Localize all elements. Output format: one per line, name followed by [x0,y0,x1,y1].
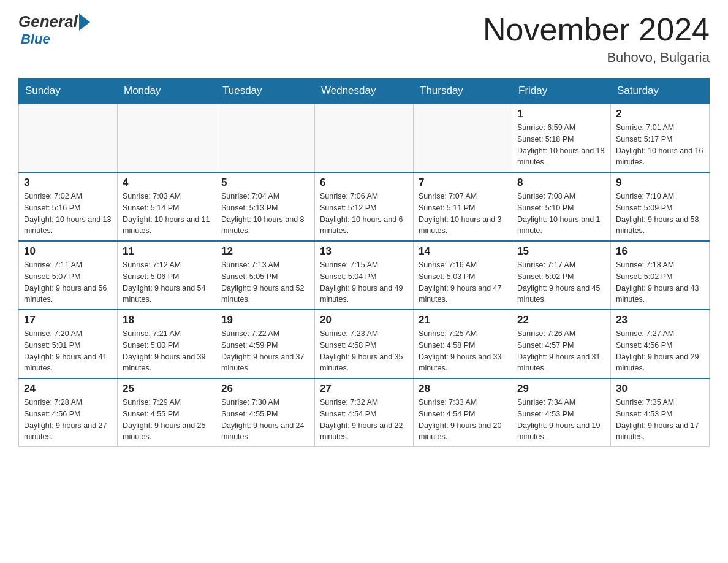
day-info: Sunrise: 7:08 AMSunset: 5:10 PMDaylight:… [517,191,605,237]
calendar-cell: 29Sunrise: 7:34 AMSunset: 4:53 PMDayligh… [512,378,611,447]
day-info: Sunrise: 7:07 AMSunset: 5:11 PMDaylight:… [419,191,507,237]
calendar-cell: 16Sunrise: 7:18 AMSunset: 5:02 PMDayligh… [611,241,710,310]
calendar-cell: 12Sunrise: 7:13 AMSunset: 5:05 PMDayligh… [216,241,315,310]
calendar-cell: 27Sunrise: 7:32 AMSunset: 4:54 PMDayligh… [315,378,414,447]
day-info: Sunrise: 7:32 AMSunset: 4:54 PMDaylight:… [320,397,408,443]
day-number: 9 [616,177,704,189]
day-info: Sunrise: 7:03 AMSunset: 5:14 PMDaylight:… [123,191,211,237]
day-number: 1 [517,108,605,120]
day-info: Sunrise: 7:01 AMSunset: 5:17 PMDaylight:… [616,122,704,168]
calendar-cell: 1Sunrise: 6:59 AMSunset: 5:18 PMDaylight… [512,104,611,172]
calendar-cell: 19Sunrise: 7:22 AMSunset: 4:59 PMDayligh… [216,310,315,378]
calendar-cell: 26Sunrise: 7:30 AMSunset: 4:55 PMDayligh… [216,378,315,447]
logo: General Blue [18,12,90,47]
day-info: Sunrise: 7:02 AMSunset: 5:16 PMDaylight:… [24,191,112,237]
day-number: 15 [517,245,605,258]
calendar-cell: 24Sunrise: 7:28 AMSunset: 4:56 PMDayligh… [19,378,118,447]
day-info: Sunrise: 7:34 AMSunset: 4:53 PMDaylight:… [517,397,605,443]
location: Buhovo, Bulgaria [483,50,710,66]
day-number: 25 [123,383,211,395]
logo-arrow-icon [79,13,90,31]
day-headers-row: SundayMondayTuesdayWednesdayThursdayFrid… [19,79,710,104]
day-number: 6 [320,177,408,189]
calendar-cell: 13Sunrise: 7:15 AMSunset: 5:04 PMDayligh… [315,241,414,310]
day-number: 17 [24,314,112,326]
calendar-cell: 8Sunrise: 7:08 AMSunset: 5:10 PMDaylight… [512,172,611,241]
day-number: 21 [419,314,507,326]
day-number: 29 [517,383,605,395]
day-info: Sunrise: 7:22 AMSunset: 4:59 PMDaylight:… [221,328,309,374]
calendar-cell [118,104,216,172]
day-info: Sunrise: 7:13 AMSunset: 5:05 PMDaylight:… [221,259,309,305]
day-info: Sunrise: 7:10 AMSunset: 5:09 PMDaylight:… [616,191,704,237]
day-number: 12 [221,245,309,258]
day-info: Sunrise: 7:17 AMSunset: 5:02 PMDaylight:… [517,259,605,305]
calendar-cell: 30Sunrise: 7:35 AMSunset: 4:53 PMDayligh… [611,378,710,447]
day-header-tuesday: Tuesday [216,79,315,104]
week-row-2: 3Sunrise: 7:02 AMSunset: 5:16 PMDaylight… [19,172,710,241]
calendar-cell: 20Sunrise: 7:23 AMSunset: 4:58 PMDayligh… [315,310,414,378]
day-number: 27 [320,383,408,395]
day-header-thursday: Thursday [414,79,512,104]
day-info: Sunrise: 7:25 AMSunset: 4:58 PMDaylight:… [419,328,507,374]
calendar-cell: 23Sunrise: 7:27 AMSunset: 4:56 PMDayligh… [611,310,710,378]
day-number: 2 [616,108,704,120]
day-number: 14 [419,245,507,258]
calendar-table: SundayMondayTuesdayWednesdayThursdayFrid… [18,78,710,447]
week-row-4: 17Sunrise: 7:20 AMSunset: 5:01 PMDayligh… [19,310,710,378]
day-number: 5 [221,177,309,189]
day-info: Sunrise: 6:59 AMSunset: 5:18 PMDaylight:… [517,122,605,168]
day-number: 30 [616,383,704,395]
calendar-cell: 7Sunrise: 7:07 AMSunset: 5:11 PMDaylight… [414,172,512,241]
calendar-cell: 11Sunrise: 7:12 AMSunset: 5:06 PMDayligh… [118,241,216,310]
day-number: 3 [24,177,112,189]
calendar-cell: 5Sunrise: 7:04 AMSunset: 5:13 PMDaylight… [216,172,315,241]
day-number: 20 [320,314,408,326]
day-header-sunday: Sunday [19,79,118,104]
day-info: Sunrise: 7:26 AMSunset: 4:57 PMDaylight:… [517,328,605,374]
day-number: 24 [24,383,112,395]
calendar-cell: 21Sunrise: 7:25 AMSunset: 4:58 PMDayligh… [414,310,512,378]
day-header-monday: Monday [118,79,216,104]
month-title: November 2024 [483,12,710,47]
day-number: 7 [419,177,507,189]
day-info: Sunrise: 7:21 AMSunset: 5:00 PMDaylight:… [123,328,211,374]
day-number: 19 [221,314,309,326]
calendar-cell: 17Sunrise: 7:20 AMSunset: 5:01 PMDayligh… [19,310,118,378]
calendar-cell: 10Sunrise: 7:11 AMSunset: 5:07 PMDayligh… [19,241,118,310]
day-info: Sunrise: 7:35 AMSunset: 4:53 PMDaylight:… [616,397,704,443]
day-info: Sunrise: 7:04 AMSunset: 5:13 PMDaylight:… [221,191,309,237]
header: General Blue November 2024 Buhovo, Bulga… [18,12,710,66]
day-info: Sunrise: 7:28 AMSunset: 4:56 PMDaylight:… [24,397,112,443]
day-info: Sunrise: 7:11 AMSunset: 5:07 PMDaylight:… [24,259,112,305]
title-area: November 2024 Buhovo, Bulgaria [483,12,710,66]
day-number: 10 [24,245,112,258]
calendar-cell: 3Sunrise: 7:02 AMSunset: 5:16 PMDaylight… [19,172,118,241]
day-info: Sunrise: 7:23 AMSunset: 4:58 PMDaylight:… [320,328,408,374]
day-number: 13 [320,245,408,258]
day-info: Sunrise: 7:30 AMSunset: 4:55 PMDaylight:… [221,397,309,443]
day-number: 23 [616,314,704,326]
day-info: Sunrise: 7:33 AMSunset: 4:54 PMDaylight:… [419,397,507,443]
calendar-cell: 28Sunrise: 7:33 AMSunset: 4:54 PMDayligh… [414,378,512,447]
day-info: Sunrise: 7:20 AMSunset: 5:01 PMDaylight:… [24,328,112,374]
day-number: 11 [123,245,211,258]
calendar-cell: 14Sunrise: 7:16 AMSunset: 5:03 PMDayligh… [414,241,512,310]
day-number: 18 [123,314,211,326]
logo-blue-text: Blue [21,31,50,47]
day-number: 22 [517,314,605,326]
calendar-cell [315,104,414,172]
calendar-cell: 22Sunrise: 7:26 AMSunset: 4:57 PMDayligh… [512,310,611,378]
day-header-saturday: Saturday [611,79,710,104]
calendar-cell [19,104,118,172]
day-info: Sunrise: 7:12 AMSunset: 5:06 PMDaylight:… [123,259,211,305]
week-row-5: 24Sunrise: 7:28 AMSunset: 4:56 PMDayligh… [19,378,710,447]
day-info: Sunrise: 7:29 AMSunset: 4:55 PMDaylight:… [123,397,211,443]
week-row-3: 10Sunrise: 7:11 AMSunset: 5:07 PMDayligh… [19,241,710,310]
calendar-cell: 6Sunrise: 7:06 AMSunset: 5:12 PMDaylight… [315,172,414,241]
day-number: 26 [221,383,309,395]
day-info: Sunrise: 7:06 AMSunset: 5:12 PMDaylight:… [320,191,408,237]
logo-general-text: General [18,12,78,31]
calendar-cell: 25Sunrise: 7:29 AMSunset: 4:55 PMDayligh… [118,378,216,447]
day-info: Sunrise: 7:16 AMSunset: 5:03 PMDaylight:… [419,259,507,305]
